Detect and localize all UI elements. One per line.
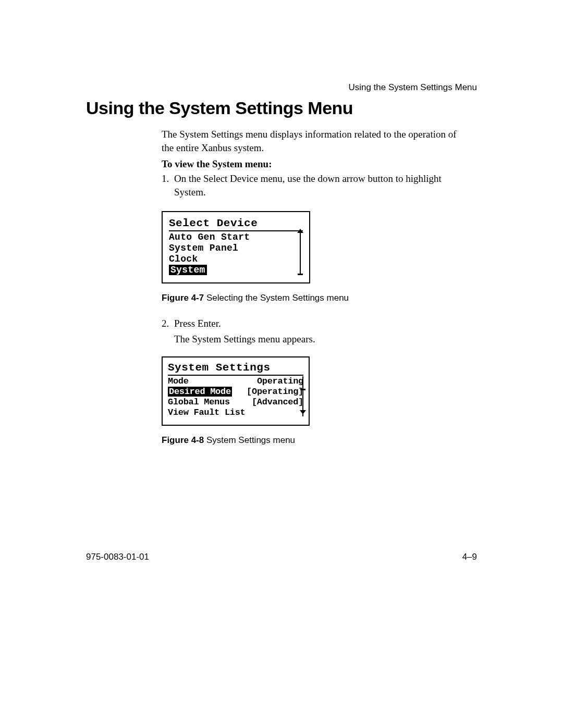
subheading: To view the System menu: (162, 157, 469, 171)
step-number: 2. (162, 317, 174, 330)
lcd-item: System Panel (169, 243, 303, 253)
lcd-item: Auto Gen Start (169, 232, 303, 242)
figure-system-settings: System Settings Mode Operating Desired M… (162, 356, 310, 426)
lcd-title: Select Device (169, 217, 303, 231)
lcd-row-label: Global Menus (168, 397, 230, 407)
figure-select-device: Select Device Auto Gen Start System Pane… (162, 211, 310, 283)
lcd-row: Mode Operating (168, 376, 303, 386)
scrollbar-track (300, 232, 301, 275)
footer-page-number: 4–9 (462, 552, 477, 562)
lcd-item-highlighted: System (169, 265, 303, 275)
caption-number: Figure 4-8 (162, 435, 204, 445)
caption-text: System Settings menu (204, 435, 295, 445)
step-1: 1. On the Select Device menu, use the do… (162, 172, 469, 199)
footer-document-id: 975-0083-01-01 (86, 552, 149, 562)
lcd-row-highlighted: Desired Mode [Operating] (168, 387, 303, 397)
scrollbar-tick (300, 389, 305, 390)
lcd-item: Clock (169, 254, 303, 264)
page-title: Using the System Settings Menu (86, 98, 477, 118)
figure-caption-1: Figure 4-7 Selecting the System Settings… (162, 293, 477, 303)
lcd-row-value: [Operating] (247, 387, 303, 397)
scrollbar-tick (298, 274, 303, 275)
intro-paragraph: The System Settings menu displays inform… (162, 128, 469, 154)
lcd-row-label: View Fault List (168, 408, 246, 417)
figure-caption-2: Figure 4-8 System Settings menu (162, 435, 477, 446)
running-header: Using the System Settings Menu (348, 82, 477, 93)
lcd-row-label: Desired Mode (168, 387, 232, 397)
caption-number: Figure 4-7 (162, 293, 204, 303)
lcd-row-value: [Advanced] (252, 397, 303, 407)
step-text: On the Select Device menu, use the down … (174, 172, 469, 199)
lcd-row: View Fault List (168, 408, 303, 417)
page-footer: 975-0083-01-01 4–9 (86, 552, 477, 562)
lcd-row-value: Operating (257, 376, 303, 386)
lcd-title: System Settings (168, 362, 303, 376)
step-text: Press Enter. (174, 317, 469, 330)
lcd-row-label: Mode (168, 376, 189, 386)
step-number: 1. (162, 172, 174, 199)
step-2-followup: The System Settings menu appears. (174, 334, 477, 345)
scroll-down-icon (300, 410, 306, 414)
caption-text: Selecting the System Settings menu (204, 293, 349, 303)
step-2: 2. Press Enter. (162, 317, 469, 330)
lcd-row: Global Menus [Advanced] (168, 397, 303, 407)
